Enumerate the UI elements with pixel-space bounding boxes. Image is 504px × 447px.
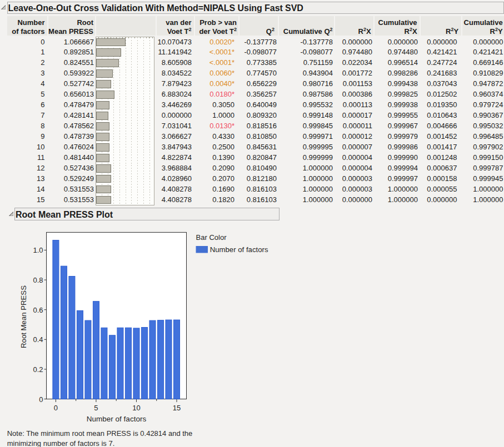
svg-text:0.4: 0.4 (33, 335, 43, 344)
svg-text:1.0: 1.0 (33, 246, 43, 254)
svg-text:Number of factors: Number of factors (210, 245, 268, 254)
svg-text:15: 15 (173, 404, 181, 412)
svg-text:10: 10 (132, 404, 140, 412)
svg-text:Bar Color: Bar Color (196, 233, 227, 242)
svg-text:Number of factors: Number of factors (87, 415, 147, 423)
svg-text:0: 0 (39, 395, 43, 404)
svg-text:0: 0 (54, 404, 58, 412)
svg-text:Root Mean PRESS: Root Mean PRESS (19, 285, 28, 348)
svg-text:0.8: 0.8 (33, 276, 43, 284)
svg-text:0.6: 0.6 (33, 306, 43, 314)
svg-text:0.2: 0.2 (33, 365, 43, 374)
svg-text:5: 5 (94, 404, 98, 412)
